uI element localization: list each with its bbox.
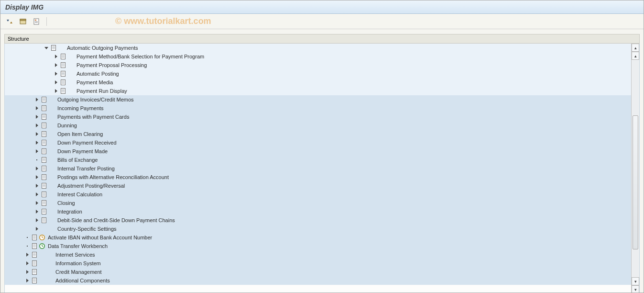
tree-node-label[interactable]: Dunning [55, 123, 77, 128]
tree-row[interactable]: Down Payment Made [5, 147, 631, 156]
tree-row[interactable]: Activate IBAN without Bank Account Numbe… [5, 233, 631, 242]
img-activity-doc-icon[interactable] [31, 242, 38, 250]
tree-expand-icon[interactable] [33, 122, 40, 129]
tree-expand-icon[interactable] [33, 225, 40, 232]
tree-row[interactable]: Information System [5, 259, 631, 268]
tree-expand-icon[interactable] [33, 131, 40, 137]
scroll-thumb[interactable] [633, 115, 638, 249]
tree-node-label[interactable]: Postings with Alternative Reconciliation… [55, 174, 169, 180]
img-activity-doc-icon[interactable] [40, 122, 48, 129]
tree-node-label[interactable]: Payment Media [75, 79, 113, 85]
tree-node-label[interactable]: Down Payment Made [55, 148, 108, 154]
scroll-bottom-button[interactable]: ▾ [632, 285, 639, 293]
tree-expand-icon[interactable] [24, 260, 31, 267]
tree-node-label[interactable]: Automatic Posting [75, 71, 119, 77]
img-activity-doc-icon[interactable] [40, 113, 48, 121]
tree-node-label[interactable]: Payment Proposal Processing [75, 62, 147, 68]
tree-row[interactable]: Incoming Payments [5, 104, 631, 113]
release-notes-button[interactable] [31, 16, 42, 27]
img-activity-doc-icon[interactable] [50, 44, 57, 52]
tree-column-header[interactable]: Structure [4, 34, 640, 44]
img-activity-doc-icon[interactable] [31, 268, 38, 276]
tree-expand-icon[interactable] [33, 96, 40, 103]
tree-row[interactable]: Automatic Posting [5, 69, 631, 78]
tree-node-label[interactable]: Activate IBAN without Bank Account Numbe… [46, 235, 152, 240]
tree-node-label[interactable]: Open Item Clearing [55, 131, 103, 137]
tree-node-label[interactable]: Internal Transfer Posting [55, 166, 115, 171]
execute-activity-icon[interactable] [38, 242, 46, 250]
tree-node-label[interactable]: Outgoing Invoices/Credit Memos [55, 97, 134, 102]
tree-expand-icon[interactable] [33, 217, 40, 224]
tree-row[interactable]: Internal Transfer Posting [5, 164, 631, 173]
tree-row[interactable]: Payment Proposal Processing [5, 61, 631, 69]
img-activity-doc-icon[interactable] [31, 251, 38, 259]
tree-node-label[interactable]: Down Payment Received [55, 140, 117, 146]
img-activity-doc-icon[interactable] [59, 79, 67, 86]
img-activity-doc-icon[interactable] [40, 216, 48, 224]
tree-row[interactable]: Bills of Exchange [5, 156, 631, 164]
img-activity-doc-icon[interactable] [31, 277, 38, 284]
img-activity-doc-icon[interactable] [40, 130, 48, 138]
tree-row[interactable]: Payments with Payment Cards [5, 113, 631, 121]
tree-node-label[interactable]: Interest Calculation [55, 192, 102, 197]
tree-expand-icon[interactable] [53, 53, 59, 60]
tree-row[interactable]: Credit Management [5, 268, 631, 276]
tree-node-label[interactable]: Credit Management [54, 269, 102, 275]
img-activity-doc-icon[interactable] [59, 87, 67, 95]
img-tree[interactable]: Automatic Outgoing PaymentsPayment Metho… [5, 44, 631, 293]
tree-row[interactable]: Additional Components [5, 276, 631, 285]
img-activity-doc-icon[interactable] [40, 173, 48, 181]
img-activity-doc-icon[interactable] [59, 61, 67, 69]
tree-row[interactable]: Payment Run Display [5, 87, 631, 95]
tree-expand-icon[interactable] [33, 191, 40, 198]
img-activity-doc-icon[interactable] [59, 53, 67, 60]
tree-node-label[interactable]: Payments with Payment Cards [55, 114, 129, 120]
tree-node-label[interactable]: Integration [55, 209, 82, 214]
tree-node-label[interactable]: Debit-Side and Credit-Side Down Payment … [55, 217, 175, 223]
tree-node-label[interactable]: Internet Services [54, 252, 95, 258]
tree-expand-icon[interactable] [24, 277, 31, 284]
tree-node-label[interactable]: Data Transfer Workbench [46, 243, 108, 249]
img-activity-doc-icon[interactable] [40, 156, 48, 164]
tree-node-label[interactable]: Country-Specific Settings [55, 226, 117, 232]
tree-node-label[interactable]: Bills of Exchange [55, 157, 98, 163]
tree-node-label[interactable]: Payment Method/Bank Selection for Paymen… [75, 54, 204, 59]
tree-expand-icon[interactable] [33, 182, 40, 189]
tree-expand-icon[interactable] [33, 165, 40, 172]
img-activity-doc-icon[interactable] [40, 96, 48, 103]
tree-expand-icon[interactable] [33, 113, 40, 120]
tree-node-label[interactable]: Adjustment Posting/Reversal [55, 183, 125, 189]
tree-row[interactable]: Integration [5, 207, 631, 216]
tree-expand-icon[interactable] [33, 174, 40, 180]
tree-expand-icon[interactable] [53, 62, 59, 68]
tree-expand-icon[interactable] [33, 200, 40, 206]
tree-row[interactable]: Postings with Alternative Reconciliation… [5, 173, 631, 181]
img-activity-doc-icon[interactable] [40, 139, 48, 146]
scroll-top-button[interactable]: ▴ [632, 44, 639, 52]
img-activity-doc-icon[interactable] [31, 234, 38, 241]
tree-row[interactable]: Internet Services [5, 250, 631, 259]
tree-row[interactable]: Adjustment Posting/Reversal [5, 181, 631, 190]
tree-expand-icon[interactable] [24, 251, 31, 258]
img-activity-doc-icon[interactable] [40, 199, 48, 207]
img-activity-doc-icon[interactable] [40, 104, 48, 112]
tree-row[interactable]: Debit-Side and Credit-Side Down Payment … [5, 216, 631, 225]
img-activity-doc-icon[interactable] [40, 147, 48, 155]
tree-expand-icon[interactable] [33, 208, 40, 215]
img-activity-doc-icon[interactable] [40, 208, 48, 215]
scroll-down-button[interactable]: ▾ [632, 277, 639, 285]
tree-row[interactable]: Interest Calculation [5, 190, 631, 199]
tree-row[interactable]: Open Item Clearing [5, 130, 631, 138]
tree-row[interactable]: Automatic Outgoing Payments [5, 44, 631, 52]
tree-node-label[interactable]: Closing [55, 200, 75, 206]
img-activity-doc-icon[interactable] [40, 165, 48, 172]
tree-expand-icon[interactable] [24, 269, 31, 275]
tree-row[interactable]: Data Transfer Workbench [5, 242, 631, 250]
tree-expand-icon[interactable] [33, 148, 40, 155]
tree-node-label[interactable]: Incoming Payments [55, 105, 104, 111]
tree-row[interactable]: Payment Media [5, 78, 631, 87]
tree-expand-icon[interactable] [53, 88, 59, 94]
tree-expand-icon[interactable] [33, 105, 40, 112]
img-activity-doc-icon[interactable] [40, 182, 48, 190]
tree-row[interactable]: Closing [5, 199, 631, 207]
